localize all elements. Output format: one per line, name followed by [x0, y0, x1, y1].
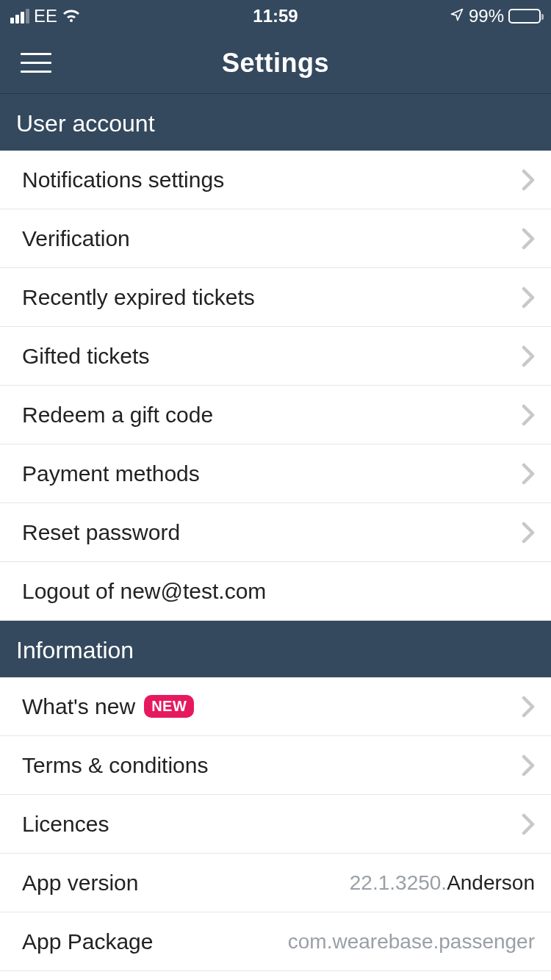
- chevron-right-icon: [522, 345, 535, 367]
- row-label: Licences: [22, 812, 109, 837]
- wifi-icon: [62, 9, 81, 24]
- row-verification[interactable]: Verification: [0, 209, 551, 268]
- menu-button[interactable]: [21, 48, 57, 78]
- chevron-right-icon: [522, 287, 535, 309]
- status-left: EE: [10, 6, 187, 26]
- row-app-version: App version 22.1.3250.Anderson: [0, 854, 551, 912]
- new-badge: NEW: [144, 695, 194, 718]
- row-label: App Package: [22, 929, 153, 954]
- row-recently-expired-tickets[interactable]: Recently expired tickets: [0, 268, 551, 327]
- row-gifted-tickets[interactable]: Gifted tickets: [0, 327, 551, 386]
- chevron-right-icon: [522, 696, 535, 718]
- row-label: Payment methods: [22, 461, 200, 486]
- location-icon: [450, 6, 464, 26]
- chevron-right-icon: [522, 754, 535, 777]
- row-reset-password[interactable]: Reset password: [0, 503, 551, 562]
- row-label: Gifted tickets: [22, 344, 149, 369]
- row-label: Recently expired tickets: [22, 285, 255, 310]
- row-licences[interactable]: Licences: [0, 795, 551, 854]
- chevron-right-icon: [522, 522, 535, 544]
- chevron-right-icon: [522, 813, 535, 835]
- row-terms-conditions[interactable]: Terms & conditions: [0, 736, 551, 795]
- nav-bar: Settings: [0, 32, 551, 94]
- carrier-label: EE: [34, 6, 57, 26]
- section-header-information: Information: [0, 621, 551, 677]
- battery-icon: [508, 9, 541, 24]
- row-label: App version: [22, 871, 138, 896]
- row-label: Logout of new@test.com: [22, 579, 266, 604]
- row-payment-methods[interactable]: Payment methods: [0, 444, 551, 503]
- cellular-signal-icon: [10, 9, 29, 24]
- battery-percent: 99%: [469, 6, 504, 26]
- chevron-right-icon: [522, 169, 535, 191]
- page-title: Settings: [0, 48, 551, 79]
- chevron-right-icon: [522, 228, 535, 250]
- row-label: Reset password: [22, 520, 180, 545]
- row-label: Terms & conditions: [22, 753, 208, 778]
- row-label: Verification: [22, 226, 130, 251]
- row-redeem-gift-code[interactable]: Redeem a gift code: [0, 386, 551, 444]
- row-app-package: App Package com.wearebase.passenger: [0, 912, 551, 971]
- chevron-right-icon: [522, 404, 535, 426]
- chevron-right-icon: [522, 463, 535, 485]
- section-header-user-account: User account: [0, 94, 551, 151]
- status-right: 99%: [364, 6, 541, 26]
- row-label: Notifications settings: [22, 167, 224, 192]
- row-label: What's new: [22, 694, 135, 719]
- status-bar: EE 11:59 99%: [0, 0, 551, 32]
- row-logout[interactable]: Logout of new@test.com: [0, 562, 551, 621]
- app-version-value: 22.1.3250.Anderson: [350, 871, 535, 895]
- app-package-value: com.wearebase.passenger: [288, 930, 535, 954]
- status-time: 11:59: [187, 6, 364, 26]
- row-label: Redeem a gift code: [22, 403, 213, 428]
- row-notifications-settings[interactable]: Notifications settings: [0, 151, 551, 209]
- row-whats-new[interactable]: What's new NEW: [0, 677, 551, 736]
